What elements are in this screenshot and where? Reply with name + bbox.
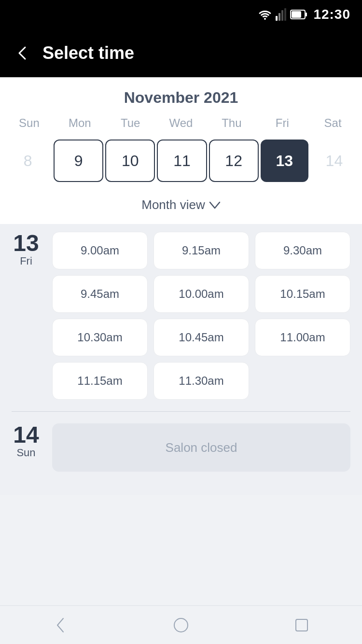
app-header: Select time [0, 29, 362, 77]
weekday-row: Sun Mon Tue Wed Thu Fri Sat [0, 116, 362, 136]
time-slot-1030[interactable]: 10.30am [52, 319, 148, 356]
svg-rect-3 [284, 8, 286, 21]
salon-closed-message: Salon closed [52, 423, 350, 472]
status-icons [258, 8, 307, 21]
time-slot-915[interactable]: 9.15am [153, 232, 249, 269]
calendar-section: November 2021 Sun Mon Tue Wed Thu Fri Sa… [0, 77, 362, 224]
weekday-mon: Mon [55, 116, 105, 136]
day-8[interactable]: 8 [4, 140, 52, 182]
nav-bar [0, 605, 362, 644]
day-14[interactable]: 14 [310, 140, 358, 182]
chevron-down-icon [209, 198, 221, 212]
day-header-13: 13 Fri 9.00am 9.15am 9.30am 9.45am 10.00… [12, 232, 350, 400]
svg-point-7 [174, 618, 188, 632]
svg-rect-1 [278, 13, 280, 21]
days-row: 8 9 10 11 12 13 14 [0, 136, 362, 190]
month-year: November 2021 [0, 89, 362, 107]
weekday-thu: Thu [206, 116, 257, 136]
nav-recent-button[interactable] [287, 611, 316, 640]
day-number-14: 14 [12, 423, 41, 447]
day-name-14: Sun [12, 447, 41, 459]
time-slot-1045[interactable]: 10.45am [153, 319, 249, 356]
time-slot-1100[interactable]: 11.00am [255, 319, 350, 356]
svg-rect-6 [306, 13, 307, 16]
time-slot-1000[interactable]: 10.00am [153, 275, 249, 313]
day-number-13: 13 [12, 232, 41, 255]
weekday-tue: Tue [105, 116, 156, 136]
month-view-label: Month view [141, 197, 205, 212]
signal-icon [276, 8, 286, 21]
wifi-icon [258, 9, 272, 20]
back-button[interactable] [15, 45, 31, 61]
time-slot-930[interactable]: 9.30am [255, 232, 350, 269]
day-9[interactable]: 9 [54, 140, 103, 182]
nav-back-button[interactable] [46, 611, 75, 640]
weekday-fri: Fri [257, 116, 307, 136]
svg-rect-2 [281, 10, 283, 21]
month-view-toggle[interactable]: Month view [0, 190, 362, 224]
time-slot-1130[interactable]: 11.30am [153, 362, 249, 400]
weekday-sun: Sun [4, 116, 55, 136]
day-label-14: 14 Sun [12, 423, 41, 459]
day-10[interactable]: 10 [105, 140, 155, 182]
day-block-14: 14 Sun Salon closed [12, 423, 350, 472]
time-slot-900[interactable]: 9.00am [52, 232, 148, 269]
day-13[interactable]: 13 [261, 140, 308, 182]
battery-icon [290, 10, 307, 19]
time-slot-1015[interactable]: 10.15am [255, 275, 350, 313]
time-slot-1115[interactable]: 11.15am [52, 362, 148, 400]
header-title: Select time [42, 43, 134, 63]
day-name-13: Fri [12, 255, 41, 267]
timeslots-section: 13 Fri 9.00am 9.15am 9.30am 9.45am 10.00… [0, 224, 362, 495]
day-12[interactable]: 12 [209, 140, 259, 182]
weekday-sat: Sat [307, 116, 358, 136]
nav-home-button[interactable] [167, 611, 195, 640]
time-slot-945[interactable]: 9.45am [52, 275, 148, 313]
day-label-13: 13 Fri [12, 232, 41, 267]
day-11[interactable]: 11 [157, 140, 207, 182]
svg-rect-5 [292, 11, 301, 18]
status-time: 12:30 [313, 7, 350, 22]
status-bar: 12:30 [0, 0, 362, 29]
svg-rect-0 [276, 16, 278, 21]
weekday-wed: Wed [156, 116, 207, 136]
day-block-13: 13 Fri 9.00am 9.15am 9.30am 9.45am 10.00… [12, 232, 350, 400]
svg-rect-8 [296, 619, 307, 631]
time-grid-13: 9.00am 9.15am 9.30am 9.45am 10.00am 10.1… [52, 232, 350, 400]
day-divider [12, 411, 350, 412]
day-header-14: 14 Sun Salon closed [12, 423, 350, 472]
